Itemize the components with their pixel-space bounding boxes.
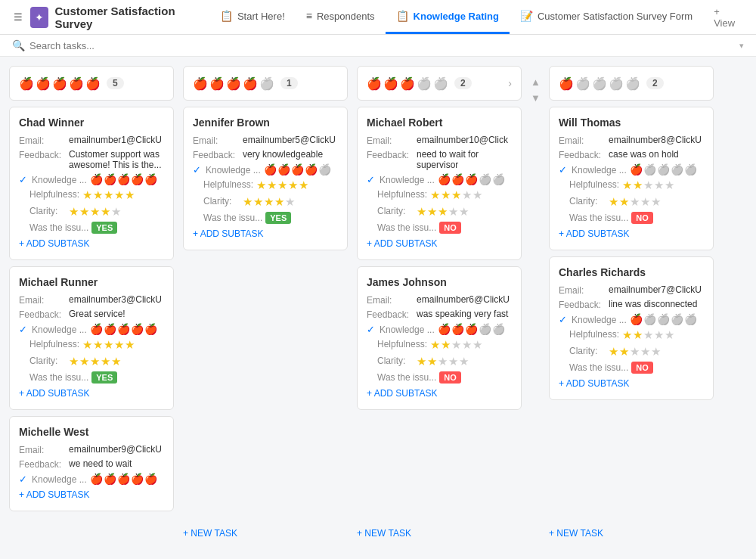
header-apple-empty-icon: 🍎 <box>575 76 590 91</box>
task-card: Michael RobertEmail:emailnumber10@ClickF… <box>357 107 522 260</box>
apple-icon: 🍎 <box>465 323 478 335</box>
card-feedback-field: Feedback:Customer support was awesome! T… <box>19 149 164 170</box>
header-apple-icon: 🍎 <box>52 76 67 91</box>
star-full-icon: ★ <box>633 328 643 342</box>
card-issue-field: Was the issu...NO <box>559 362 704 374</box>
apple-icon: 🍎 <box>117 323 130 335</box>
add-view-button[interactable]: + View <box>706 6 747 29</box>
chevron-down-icon[interactable]: ▾ <box>739 41 744 51</box>
clarity-label: Clarity: <box>559 195 606 207</box>
add-subtask-button[interactable]: + ADD SUBTASK <box>367 387 512 400</box>
header-apple-empty-icon: 🍎 <box>259 76 274 91</box>
star-full-icon: ★ <box>243 195 253 209</box>
card-email-field: Email:emailnumber9@ClickU <box>19 444 164 455</box>
new-task-button[interactable]: + NEW TASK <box>357 523 522 543</box>
card-feedback-field: Feedback:was speaking very fast <box>367 309 512 320</box>
apple-icon: 🍎 <box>479 323 491 335</box>
star-empty-icon: ★ <box>462 338 472 352</box>
header-apple-icon: 🍎 <box>243 76 258 91</box>
card-feedback-field: Feedback:very knowledgeable <box>193 149 338 160</box>
tab-start[interactable]: 📋 Start Here! <box>209 0 296 34</box>
apple-icon: 🍎 <box>630 163 643 175</box>
star-empty-icon: ★ <box>654 328 664 342</box>
apple-icon: 🍎 <box>305 163 318 175</box>
knowledge-label: Knowledge ... <box>32 324 87 335</box>
feedback-value: Customer support was awesome! This is th… <box>69 149 164 170</box>
search-input[interactable] <box>29 40 735 51</box>
down-arrow-icon[interactable]: ▼ <box>531 92 541 104</box>
header-apple-icon: 🍎 <box>559 76 574 91</box>
add-subtask-button[interactable]: + ADD SUBTASK <box>193 227 338 241</box>
star-full-icon: ★ <box>417 355 426 368</box>
apple-icon: 🍎 <box>657 163 670 175</box>
issue-badge-no: NO <box>631 212 653 224</box>
star-full-icon: ★ <box>622 179 632 192</box>
email-value: emailnumber8@ClickU <box>609 135 702 145</box>
card-name[interactable]: Michael Robert <box>367 116 512 129</box>
header-apple-empty-icon: 🍎 <box>592 76 607 91</box>
star-full-icon: ★ <box>253 195 263 209</box>
add-subtask-button[interactable]: + ADD SUBTASK <box>19 387 164 400</box>
add-subtask-button[interactable]: + ADD SUBTASK <box>559 377 704 390</box>
checkmark-icon: ✓ <box>367 174 375 185</box>
email-value: emailnumber10@Click <box>417 135 508 145</box>
new-task-button[interactable]: + NEW TASK <box>183 523 348 543</box>
column-count: 2 <box>646 77 664 89</box>
column-apple-rating: 🍎🍎🍎🍎🍎 <box>559 76 640 91</box>
task-card: Michelle WestEmail:emailnumber9@ClickUFe… <box>9 416 174 511</box>
card-clarity-field: Clarity:★★★★★ <box>559 345 704 359</box>
column-apple-rating: 🍎🍎🍎🍎🍎 <box>193 76 274 91</box>
star-full-icon: ★ <box>441 188 451 202</box>
card-name[interactable]: James Johnson <box>367 276 512 288</box>
knowledge-apples: 🍎🍎🍎🍎🍎 <box>630 313 697 325</box>
up-arrow-icon[interactable]: ▲ <box>531 76 541 88</box>
issue-label: Was the issu... <box>559 362 628 373</box>
clarity-stars: ★★★★★ <box>417 205 469 219</box>
card-helpfulness-field: Helpfulness:★★★★★ <box>19 188 164 202</box>
tab-form[interactable]: 📝 Customer Satisfaction Survey Form <box>510 0 703 34</box>
helpfulness-stars: ★★★★★ <box>256 179 308 192</box>
star-full-icon: ★ <box>79 355 89 368</box>
scroll-up-icon[interactable]: ▲▼ <box>531 76 541 104</box>
star-empty-icon: ★ <box>448 355 458 368</box>
top-navigation: ☰ ✦ Customer Satisfaction Survey 📋 Start… <box>0 0 756 35</box>
new-task-button[interactable]: + NEW TASK <box>549 523 714 543</box>
hamburger-menu[interactable]: ☰ <box>9 7 27 28</box>
add-subtask-button[interactable]: + ADD SUBTASK <box>559 227 704 241</box>
star-full-icon: ★ <box>69 355 79 368</box>
header-apple-icon: 🍎 <box>383 76 398 91</box>
task-card: Charles RichardsEmail:emailnumber7@Click… <box>549 256 714 400</box>
card-clarity-field: Clarity:★★★★★ <box>367 205 512 219</box>
star-full-icon: ★ <box>90 355 100 368</box>
search-icon: 🔍 <box>12 39 25 51</box>
tab-respondents[interactable]: ≡ Respondents <box>296 0 386 34</box>
tab-knowledge[interactable]: 📋 Knowledge Rating <box>386 0 510 34</box>
card-name[interactable]: Chad Winner <box>19 116 164 129</box>
helpfulness-stars: ★★★★★ <box>430 338 482 352</box>
add-subtask-button[interactable]: + ADD SUBTASK <box>367 237 512 250</box>
card-name[interactable]: Will Thomas <box>559 116 704 129</box>
card-knowledge-field: ✓Knowledge ...🍎🍎🍎🍎🍎 <box>559 163 704 175</box>
issue-label: Was the issu... <box>19 371 88 383</box>
add-subtask-button[interactable]: + ADD SUBTASK <box>19 237 164 250</box>
apple-icon: 🍎 <box>465 173 478 185</box>
feedback-value: very knowledgeable <box>243 149 323 160</box>
apple-icon: 🍎 <box>643 313 656 325</box>
star-full-icon: ★ <box>451 188 461 202</box>
star-full-icon: ★ <box>104 338 113 352</box>
card-name[interactable]: Michelle West <box>19 426 164 438</box>
card-name[interactable]: Michael Runner <box>19 276 164 288</box>
add-subtask-button[interactable]: + ADD SUBTASK <box>19 488 164 502</box>
star-empty-icon: ★ <box>630 345 640 359</box>
helpfulness-label: Helpfulness: <box>19 188 79 200</box>
star-full-icon: ★ <box>288 179 298 192</box>
star-full-icon: ★ <box>82 188 92 202</box>
card-name[interactable]: Charles Richards <box>559 266 704 278</box>
card-name[interactable]: Jennifer Brown <box>193 116 338 129</box>
email-value: emailnumber7@ClickU <box>609 284 702 295</box>
apple-icon: 🍎 <box>438 173 451 185</box>
column-expand-arrow[interactable]: › <box>508 77 512 89</box>
card-helpfulness-field: Helpfulness:★★★★★ <box>19 338 164 352</box>
issue-label: Was the issu... <box>367 222 436 233</box>
card-feedback-field: Feedback:we need to wait <box>19 458 164 470</box>
